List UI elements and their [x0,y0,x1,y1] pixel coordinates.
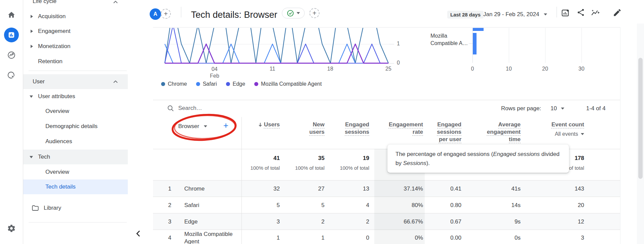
sidebar-item-tech-overview[interactable]: Overview [23,165,128,179]
event-filter-select[interactable]: All events [540,130,584,138]
legend-dot [161,82,165,86]
legend-item-chrome[interactable]: Chrome [161,81,187,87]
column-header-engaged-sessions-per-user[interactable]: Engaged sessions per user [429,121,461,143]
settings-gear-icon[interactable] [7,224,16,233]
report-status-button[interactable] [282,8,305,18]
cell-avg-engagement-time: 41s [487,180,521,197]
sidebar-item-user-overview[interactable]: Overview [23,104,128,119]
collapsed-arrow-icon[interactable] [31,15,33,18]
legend-item-mozilla[interactable]: Mozilla Compatible Agent [254,81,322,87]
total-engaged-sessions-subtext: 100% of total [329,165,369,171]
sidebar-item-demographic-details[interactable]: Demographic details [23,119,128,134]
sidebar-item-monetization[interactable]: Monetization [23,39,128,54]
home-icon[interactable] [7,11,16,19]
collapsed-arrow-icon[interactable] [31,30,33,33]
sidebar-item-label: Demographic details [45,123,98,130]
rows-per-page-select[interactable]: 10 [551,105,564,112]
cell-users: 1 [246,230,280,244]
bar-axis-tick [469,43,472,44]
legend-item-safari[interactable]: Safari [196,81,217,87]
chevron-down-icon [561,108,564,110]
expanded-arrow-icon[interactable] [30,95,33,98]
row-browser-name: Edge [184,213,233,230]
sidebar-item-label: Tech details [45,184,76,190]
collapse-sidebar-chevron-icon[interactable] [136,230,141,237]
users-over-time-line-chart [153,28,402,64]
search-input[interactable]: Search… [178,105,202,112]
bar-x-tick-30: 30 [575,66,588,72]
cell-event-count: 20 [551,197,584,213]
x-tick-feb4: 04Feb [208,66,221,79]
date-range-text: Jan 29 - Feb 25, 2024 [483,11,539,18]
bar-edge[interactable] [473,28,484,31]
add-comparison-button[interactable]: + [161,9,171,19]
customize-report-icon[interactable] [561,8,570,17]
column-header-new-users[interactable]: New users [301,121,325,136]
cell-users: 32 [246,180,280,197]
x-tick-11: 11 [266,66,279,72]
column-header-users[interactable]: Users [241,121,280,128]
sidebar-item-label: Overview [45,108,69,115]
sidebar-item-label: Tech [38,154,50,160]
avatar[interactable]: A [150,8,161,20]
total-new-users: 35 [291,155,325,162]
cell-new-users: 5 [291,197,325,213]
scrollbar-thumb[interactable] [638,58,643,179]
share-icon[interactable] [576,8,585,17]
cell-event-count: 12 [551,213,584,230]
sidebar-section-life-cycle[interactable]: Life cycle [23,0,128,6]
date-preset-badge: Last 28 days [447,11,484,18]
folder-icon [32,205,39,211]
collapsed-arrow-icon[interactable] [31,45,33,48]
section-label: User [33,78,45,85]
cell-avg-engagement-time: 9s [487,213,521,230]
report-nav-sidebar: Life cycle Acquisition Engagement Moneti… [23,0,128,244]
cell-engaged-per-user: 0.00 [428,230,461,244]
sidebar-item-user-attributes[interactable]: User attributes [23,89,128,104]
reports-icon[interactable] [4,28,19,42]
sidebar-item-label: Engagement [38,28,70,35]
sidebar-item-tech-details[interactable]: Tech details [23,179,128,194]
rows-per-page-label: Rows per page: [501,105,541,112]
expanded-arrow-icon[interactable] [30,156,33,158]
page-title: Tech details: Browser [191,10,277,20]
icon-rail [0,0,23,244]
sidebar-item-label: Overview [45,169,69,175]
dimension-selector-browser[interactable]: Browser [178,123,207,130]
insights-icon[interactable] [591,8,601,17]
sidebar-item-acquisition[interactable]: Acquisition [23,9,128,24]
column-header-event-count[interactable]: Event count All events [540,121,584,138]
sidebar-divider [29,71,127,71]
sidebar-section-user[interactable]: User [23,74,128,89]
explore-icon[interactable] [7,51,16,59]
cell-users: 3 [246,213,280,230]
sidebar-item-retention[interactable]: Retention [23,54,128,69]
sidebar-item-tech[interactable]: Tech [23,150,128,164]
cell-engaged-sessions: 0 [336,230,369,244]
sidebar-item-label: Library [44,205,61,211]
sidebar-item-library[interactable]: Library [23,201,128,215]
sidebar-item-label: Acquisition [38,13,66,20]
search-icon [167,105,174,112]
chevron-down-icon [581,133,584,135]
chevron-down-icon [204,125,207,127]
add-report-tab-button[interactable]: + [309,8,319,18]
sidebar-item-engagement[interactable]: Engagement [23,24,128,39]
legend-dot [254,82,258,86]
column-header-engagement-rate[interactable]: Engagement rate [383,121,423,136]
column-header-average-engagement-time[interactable]: Average engagement time [480,121,521,143]
edit-pencil-icon[interactable] [613,8,622,17]
column-header-engaged-sessions[interactable]: Engaged sessions [337,121,369,136]
row-rank: 4 [168,230,176,244]
add-dimension-button[interactable]: + [223,120,228,131]
legend-item-edge[interactable]: Edge [226,81,245,87]
advertising-icon[interactable] [7,71,16,80]
cell-event-count: 143 [551,180,584,197]
plus-icon: + [312,9,316,17]
analytics-app: Life cycle Acquisition Engagement Moneti… [0,0,644,244]
cell-engagement-rate: 0% [389,230,423,244]
sidebar-item-audiences[interactable]: Audiences [23,134,128,149]
bar-mozilla[interactable] [473,33,477,54]
topbar-divider [557,7,557,17]
date-range-selector[interactable]: Jan 29 - Feb 25, 2024 [483,11,547,18]
